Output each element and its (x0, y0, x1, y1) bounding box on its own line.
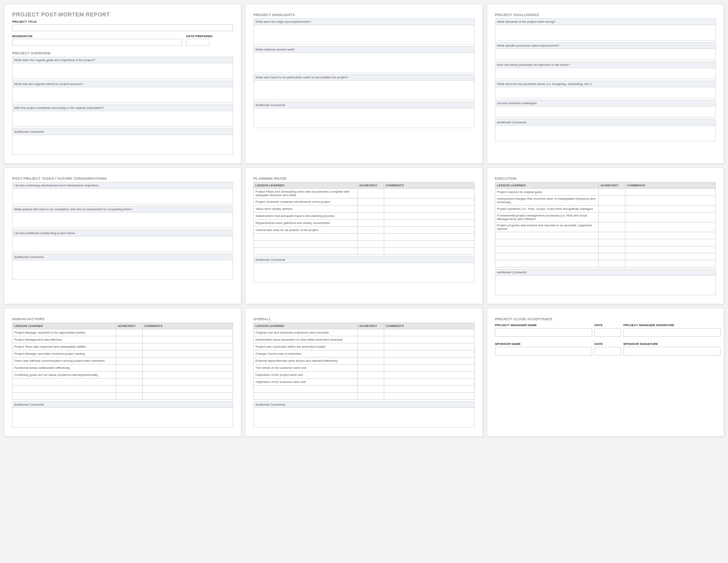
comments-cell[interactable] (384, 198, 474, 206)
achieved-cell[interactable] (358, 336, 384, 343)
comments-cell[interactable] (384, 206, 474, 213)
achieved-cell[interactable] (599, 246, 625, 253)
post-q2-body[interactable] (12, 213, 233, 228)
comments-cell[interactable] (143, 329, 233, 336)
achieved-cell[interactable] (599, 260, 625, 267)
challenges-q2-body[interactable] (495, 49, 716, 60)
challenges-q1-body[interactable] (495, 25, 716, 41)
achieved-cell[interactable] (599, 196, 625, 206)
achieved-cell[interactable] (358, 365, 384, 372)
achieved-cell[interactable] (358, 350, 384, 357)
achieved-cell[interactable] (599, 206, 625, 213)
achieved-cell[interactable] (116, 386, 143, 393)
achieved-cell[interactable] (358, 206, 384, 213)
achieved-cell[interactable] (358, 379, 384, 386)
post-q3-body[interactable] (12, 236, 233, 252)
comments-cell[interactable] (384, 189, 474, 198)
comments-cell[interactable] (384, 336, 474, 343)
overview-q3-body[interactable] (12, 111, 233, 127)
achieved-cell[interactable] (358, 329, 384, 336)
achieved-cell[interactable] (116, 379, 143, 386)
execution-additional-body[interactable] (495, 276, 716, 295)
achieved-cell[interactable] (358, 343, 384, 350)
achieved-cell[interactable] (358, 248, 384, 255)
achieved-cell[interactable] (358, 227, 384, 234)
comments-cell[interactable] (384, 220, 474, 227)
comments-cell[interactable] (384, 386, 474, 393)
achieved-cell[interactable] (358, 189, 384, 198)
overview-q1-body[interactable] (12, 63, 233, 79)
achieved-cell[interactable] (116, 350, 143, 357)
achieved-cell[interactable] (358, 198, 384, 206)
highlights-q1-body[interactable] (253, 25, 474, 45)
comments-cell[interactable] (143, 386, 233, 393)
comments-cell[interactable] (143, 357, 233, 365)
challenges-additional-body[interactable] (495, 126, 716, 141)
comments-cell[interactable] (625, 246, 716, 253)
post-additional-body[interactable] (12, 260, 233, 280)
comments-cell[interactable] (143, 350, 233, 357)
achieved-cell[interactable] (358, 357, 384, 365)
achieved-cell[interactable] (358, 220, 384, 227)
comments-cell[interactable] (384, 241, 474, 248)
highlights-q3-body[interactable] (253, 81, 474, 100)
comments-cell[interactable] (143, 393, 233, 400)
sponsor-name-input[interactable] (495, 347, 592, 355)
overview-q2-body[interactable] (12, 87, 233, 103)
challenges-q3-body[interactable] (495, 68, 716, 79)
comments-cell[interactable] (625, 260, 716, 267)
comments-cell[interactable] (625, 232, 716, 239)
pm-name-input[interactable] (495, 328, 592, 337)
achieved-cell[interactable] (116, 329, 143, 336)
comments-cell[interactable] (384, 350, 474, 357)
comments-cell[interactable] (625, 239, 716, 246)
comments-cell[interactable] (384, 213, 474, 220)
achieved-cell[interactable] (599, 232, 625, 239)
post-q1-body[interactable] (12, 189, 233, 204)
human-additional-body[interactable] (12, 408, 233, 428)
achieved-cell[interactable] (116, 365, 143, 372)
comments-cell[interactable] (384, 227, 474, 234)
comments-cell[interactable] (625, 189, 716, 196)
comments-cell[interactable] (384, 329, 474, 336)
date-prepared-input[interactable] (186, 39, 210, 46)
comments-cell[interactable] (384, 357, 474, 365)
comments-cell[interactable] (384, 365, 474, 372)
achieved-cell[interactable] (116, 357, 143, 365)
comments-cell[interactable] (625, 196, 716, 206)
achieved-cell[interactable] (599, 213, 625, 222)
achieved-cell[interactable] (116, 336, 143, 343)
comments-cell[interactable] (143, 365, 233, 372)
achieved-cell[interactable] (116, 343, 143, 350)
achieved-cell[interactable] (358, 372, 384, 379)
achieved-cell[interactable] (358, 234, 384, 241)
achieved-cell[interactable] (358, 393, 384, 400)
comments-cell[interactable] (625, 206, 716, 213)
comments-cell[interactable] (143, 343, 233, 350)
achieved-cell[interactable] (358, 213, 384, 220)
overall-additional-body[interactable] (253, 408, 474, 428)
comments-cell[interactable] (384, 393, 474, 400)
project-title-input[interactable] (12, 24, 233, 31)
comments-cell[interactable] (384, 248, 474, 255)
challenges-q5-body[interactable] (495, 106, 716, 117)
highlights-additional-body[interactable] (253, 108, 474, 128)
achieved-cell[interactable] (599, 222, 625, 232)
comments-cell[interactable] (143, 336, 233, 343)
comments-cell[interactable] (625, 222, 716, 232)
pm-date-input[interactable] (594, 328, 621, 337)
comments-cell[interactable] (143, 372, 233, 379)
comments-cell[interactable] (625, 213, 716, 222)
comments-cell[interactable] (143, 379, 233, 386)
achieved-cell[interactable] (599, 189, 625, 196)
comments-cell[interactable] (384, 234, 474, 241)
comments-cell[interactable] (625, 253, 716, 260)
sponsor-sig-input[interactable] (623, 347, 721, 355)
comments-cell[interactable] (384, 379, 474, 386)
achieved-cell[interactable] (116, 372, 143, 379)
moderator-input[interactable] (12, 39, 182, 46)
achieved-cell[interactable] (358, 241, 384, 248)
planning-additional-body[interactable] (253, 263, 474, 283)
comments-cell[interactable] (384, 343, 474, 350)
overview-additional-body[interactable] (12, 135, 233, 155)
